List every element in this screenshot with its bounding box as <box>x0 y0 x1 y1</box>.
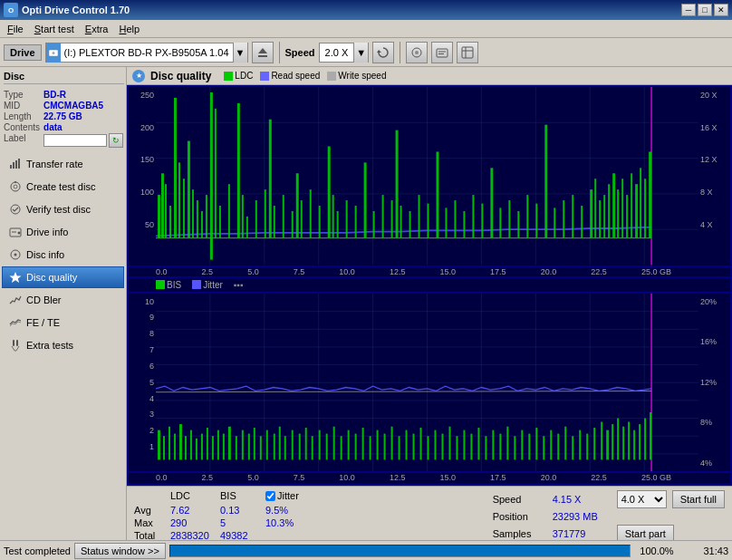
svg-rect-161 <box>299 433 301 459</box>
svg-rect-163 <box>312 436 313 459</box>
label-input[interactable] <box>43 134 107 147</box>
speed-dropdown-arrow[interactable]: ▼ <box>353 43 368 63</box>
max-ldc: 290 <box>170 517 220 528</box>
sidebar-item-extra-tests[interactable]: Extra tests <box>2 334 124 356</box>
svg-rect-167 <box>341 436 342 459</box>
extra-tests-icon <box>8 338 23 352</box>
disc-quality-icon <box>8 270 23 285</box>
media-button[interactable] <box>406 42 428 63</box>
length-value: 22.75 GB <box>43 111 124 121</box>
svg-rect-205 <box>612 424 613 459</box>
sidebar-item-fe-te[interactable]: FE / TE <box>2 312 124 333</box>
sidebar-item-verify-test-disc[interactable]: Verify test disc <box>2 198 124 220</box>
menu-file[interactable]: File <box>2 22 29 36</box>
svg-rect-212 <box>650 412 651 459</box>
drive-dropdown-arrow[interactable]: ▼ <box>233 43 247 63</box>
start-full-button[interactable]: Start full <box>672 490 725 508</box>
svg-rect-74 <box>332 195 334 238</box>
svg-rect-187 <box>485 436 486 459</box>
jitter-checkbox[interactable] <box>265 491 275 501</box>
verify-test-disc-label: Verify test disc <box>26 204 91 215</box>
avg-label: Avg <box>134 505 170 516</box>
svg-rect-160 <box>292 430 294 459</box>
upper-legend: LDC Read speed Write speed <box>224 71 386 81</box>
svg-rect-96 <box>517 211 519 238</box>
svg-rect-10 <box>462 47 473 58</box>
minimize-button[interactable]: ─ <box>681 4 696 16</box>
svg-rect-61 <box>242 195 244 238</box>
title-bar-text: O Opti Drive Control 1.70 <box>4 3 130 17</box>
svg-rect-77 <box>355 206 357 238</box>
svg-rect-53 <box>197 200 198 238</box>
total-ldc: 2838320 <box>170 530 220 540</box>
svg-rect-208 <box>628 421 630 459</box>
svg-rect-156 <box>266 430 268 459</box>
label-refresh-button[interactable]: ↻ <box>109 133 123 148</box>
info-button[interactable] <box>431 42 453 63</box>
svg-rect-210 <box>639 424 640 459</box>
speed-selector[interactable]: 2.0 X ▼ <box>319 43 370 63</box>
svg-rect-116 <box>644 179 646 238</box>
create-test-disc-label: Create test disc <box>26 181 95 192</box>
svg-rect-195 <box>543 436 544 459</box>
svg-rect-151 <box>236 436 237 459</box>
settings-button[interactable] <box>457 42 478 63</box>
svg-rect-78 <box>364 162 367 237</box>
refresh-button[interactable] <box>372 42 394 63</box>
sidebar-item-disc-info[interactable]: Disc info <box>2 244 124 266</box>
lower-chart: 10987654321 <box>129 294 730 472</box>
svg-rect-150 <box>228 426 231 459</box>
svg-rect-89 <box>454 200 456 238</box>
svg-rect-184 <box>463 430 465 459</box>
svg-rect-15 <box>15 160 17 169</box>
upper-chart-svg <box>156 87 698 266</box>
content-header: ★ Disc quality LDC Read speed Write spee… <box>127 67 732 85</box>
stats-avg-row: Avg 7.62 0.13 9.5% <box>134 505 329 516</box>
svg-rect-143 <box>190 430 192 459</box>
ldc-header: LDC <box>170 490 220 501</box>
title-bar-buttons: ─ □ ✕ <box>681 4 728 16</box>
sidebar-item-transfer-rate[interactable]: Transfer rate <box>2 153 124 175</box>
menu-extra[interactable]: Extra <box>80 22 114 36</box>
svg-rect-59 <box>228 184 230 238</box>
menu-help[interactable]: Help <box>113 22 145 36</box>
svg-rect-81 <box>391 200 393 238</box>
svg-rect-199 <box>572 436 573 459</box>
svg-rect-112 <box>626 195 628 238</box>
close-button[interactable]: ✕ <box>714 4 728 16</box>
speed-stat-label: Speed <box>493 494 547 505</box>
maximize-button[interactable]: □ <box>698 4 712 16</box>
svg-rect-178 <box>420 428 422 459</box>
svg-rect-76 <box>346 200 348 238</box>
svg-rect-91 <box>472 195 474 238</box>
avg-jitter: 9.5% <box>265 505 329 516</box>
svg-rect-181 <box>441 433 443 459</box>
svg-marker-2 <box>258 48 267 53</box>
speed-stat-dropdown[interactable]: 4.0 X 2.0 X 1.0 X <box>617 490 667 508</box>
status-window-button[interactable]: Status window >> <box>74 543 166 559</box>
sidebar-item-cd-bler[interactable]: CD Bler <box>2 289 124 311</box>
svg-rect-46 <box>165 184 167 238</box>
svg-rect-139 <box>169 426 170 459</box>
contents-label: Contents <box>4 122 40 132</box>
drive-selector[interactable]: (I:) PLEXTOR BD-R PX-B9505A 1.04 ▼ <box>45 43 248 63</box>
svg-rect-105 <box>594 179 596 238</box>
app-title: Opti Drive Control 1.70 <box>22 5 130 15</box>
menu-start-test[interactable]: Start test <box>29 22 80 36</box>
svg-rect-80 <box>382 195 384 238</box>
svg-rect-169 <box>355 433 357 459</box>
eject-button[interactable] <box>252 42 274 63</box>
drive-info-label: Drive info <box>26 227 68 237</box>
sidebar-item-drive-info[interactable]: Drive info <box>2 221 124 243</box>
svg-rect-92 <box>481 204 483 238</box>
svg-rect-111 <box>621 179 623 238</box>
drive-icon <box>46 43 61 63</box>
svg-rect-87 <box>436 151 438 237</box>
sidebar-item-disc-quality[interactable]: Disc quality <box>2 266 124 288</box>
start-part-button[interactable]: Start part <box>617 525 674 540</box>
menu-bar: File Start test Extra Help <box>0 20 732 38</box>
svg-rect-16 <box>18 159 20 169</box>
sidebar-item-create-test-disc[interactable]: Create test disc <box>2 176 124 198</box>
svg-rect-171 <box>370 436 371 459</box>
svg-rect-68 <box>292 211 294 238</box>
